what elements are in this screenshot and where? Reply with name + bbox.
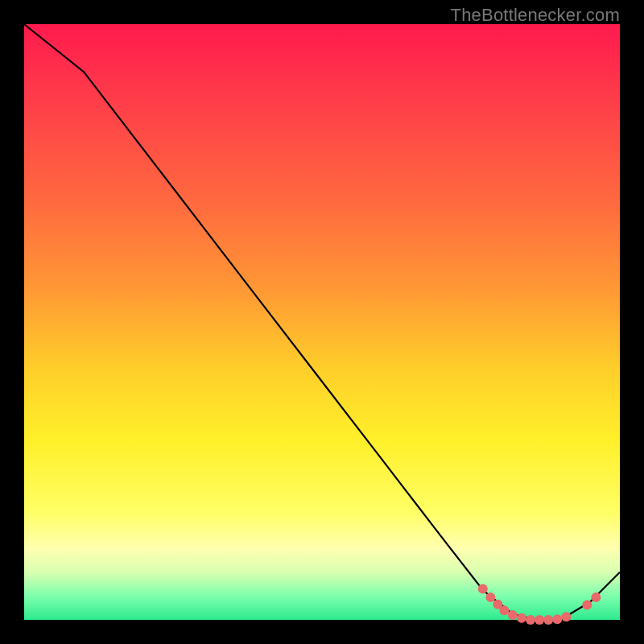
plot-area — [24, 24, 620, 620]
chart-svg — [24, 24, 620, 620]
data-marker — [535, 615, 544, 625]
chart-frame: TheBottlenecker.com — [0, 0, 644, 644]
data-marker — [499, 605, 509, 615]
data-marker — [478, 584, 488, 594]
attribution-label: TheBottlenecker.com — [451, 5, 620, 26]
data-marker — [582, 601, 592, 610]
data-marker — [508, 610, 518, 620]
data-marker — [552, 614, 562, 624]
data-marker — [561, 612, 571, 621]
data-marker — [526, 615, 535, 625]
marker-layer — [478, 584, 601, 625]
data-marker — [517, 613, 526, 623]
data-marker — [591, 592, 601, 602]
curve-line — [24, 24, 620, 620]
data-marker — [485, 592, 495, 602]
data-marker — [543, 615, 553, 625]
